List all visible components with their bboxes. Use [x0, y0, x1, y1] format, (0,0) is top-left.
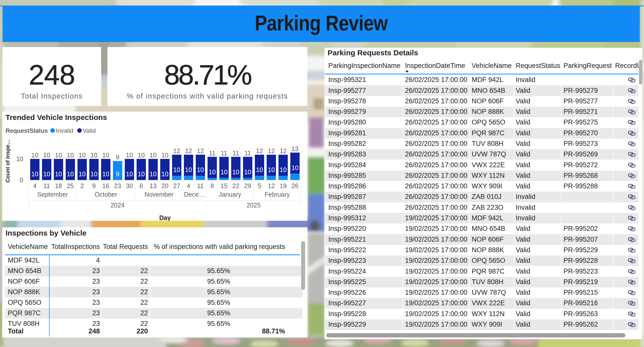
svg-text:2: 2 [80, 182, 84, 189]
svg-text:10: 10 [150, 170, 157, 178]
svg-text:10: 10 [126, 170, 133, 178]
svg-text:10: 10 [79, 152, 86, 159]
svg-text:10: 10 [91, 170, 98, 178]
svg-text:November: November [144, 191, 173, 198]
svg-text:10: 10 [79, 170, 86, 178]
svg-text:10: 10 [55, 152, 62, 159]
svg-text:10: 10 [138, 170, 145, 178]
svg-text:29: 29 [244, 182, 251, 189]
svg-text:10: 10 [197, 166, 204, 173]
svg-text:10: 10 [268, 166, 275, 173]
svg-text:19: 19 [280, 182, 287, 189]
svg-text:10: 10 [31, 170, 38, 178]
svg-text:30: 30 [126, 182, 133, 189]
svg-text:12: 12 [173, 147, 180, 154]
svg-text:10: 10 [67, 152, 74, 159]
svg-text:10: 10 [102, 170, 109, 178]
svg-text:12: 12 [256, 147, 263, 154]
svg-text:18: 18 [55, 182, 62, 189]
svg-text:12: 12 [280, 147, 287, 154]
svg-text:January: January [219, 191, 241, 198]
svg-text:10: 10 [244, 168, 251, 176]
svg-text:10: 10 [232, 168, 239, 176]
svg-text:10: 10 [209, 168, 216, 176]
svg-text:10: 10 [43, 152, 50, 159]
svg-text:10: 10 [102, 152, 109, 159]
svg-text:Dece…: Dece… [184, 191, 205, 198]
svg-text:25: 25 [67, 182, 74, 189]
svg-text:11: 11 [44, 182, 50, 189]
svg-text:10: 10 [256, 166, 263, 173]
svg-text:Day: Day [159, 214, 171, 221]
svg-text:9: 9 [116, 154, 119, 161]
svg-text:10: 10 [292, 164, 299, 171]
svg-text:11: 11 [209, 150, 216, 157]
svg-text:9: 9 [116, 170, 119, 178]
svg-text:11: 11 [221, 150, 227, 157]
svg-text:13: 13 [292, 145, 299, 152]
svg-text:October: October [95, 191, 117, 198]
svg-text:22: 22 [232, 182, 239, 189]
svg-text:10: 10 [126, 152, 133, 159]
svg-text:10: 10 [185, 166, 192, 173]
svg-text:4: 4 [187, 182, 190, 189]
svg-text:February: February [265, 191, 290, 198]
svg-text:2025: 2025 [247, 202, 261, 209]
svg-text:10: 10 [91, 152, 98, 159]
svg-text:10: 10 [280, 166, 287, 173]
svg-text:11: 11 [197, 182, 204, 189]
svg-text:Count of Inspe…: Count of Inspe… [5, 139, 11, 183]
svg-text:2024: 2024 [110, 202, 125, 209]
svg-text:9: 9 [92, 182, 96, 189]
svg-text:10: 10 [55, 170, 62, 178]
svg-text:10: 10 [31, 152, 38, 159]
svg-text:10: 10 [162, 170, 169, 178]
svg-text:13: 13 [150, 182, 157, 189]
svg-text:5: 5 [258, 182, 261, 189]
svg-text:10: 10 [16, 155, 23, 162]
svg-text:20: 20 [162, 182, 169, 189]
svg-text:8: 8 [211, 182, 214, 189]
svg-text:10: 10 [221, 168, 228, 176]
svg-text:12: 12 [185, 147, 192, 154]
svg-text:6: 6 [140, 182, 143, 189]
svg-text:September: September [37, 191, 68, 198]
svg-text:12: 12 [268, 147, 275, 154]
svg-text:10: 10 [67, 170, 74, 178]
svg-text:12: 12 [268, 182, 275, 189]
svg-text:0: 0 [20, 177, 23, 184]
svg-text:27: 27 [173, 182, 180, 189]
svg-text:16: 16 [102, 182, 109, 189]
svg-text:10: 10 [43, 170, 50, 178]
svg-text:11: 11 [245, 150, 251, 157]
svg-text:15: 15 [221, 182, 228, 189]
svg-text:10: 10 [138, 152, 145, 159]
svg-text:10: 10 [162, 152, 169, 159]
svg-text:4: 4 [33, 182, 37, 189]
svg-text:10: 10 [150, 152, 157, 159]
svg-text:26: 26 [292, 182, 299, 189]
svg-text:23: 23 [114, 182, 121, 189]
svg-text:12: 12 [197, 147, 204, 154]
svg-text:10: 10 [173, 166, 180, 173]
svg-text:11: 11 [233, 150, 239, 157]
